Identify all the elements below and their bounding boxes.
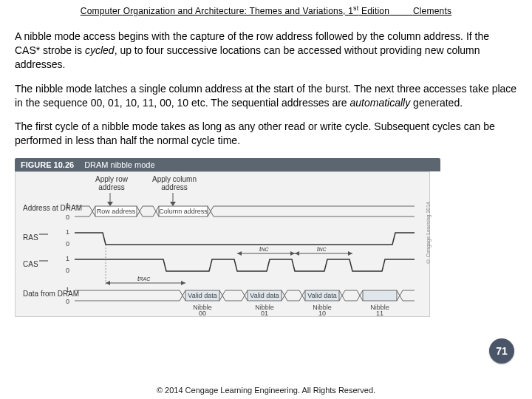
svg-marker-43 (181, 281, 185, 285)
book-title: Computer Organization and Architecture: … (81, 6, 353, 16)
svg-rect-77 (363, 290, 397, 301)
author: Clements (413, 6, 451, 16)
svg-text:Column address: Column address (159, 208, 208, 215)
svg-text:00: 00 (199, 310, 206, 316)
svg-text:11: 11 (376, 310, 383, 316)
svg-text:Address at DRAM: Address at DRAM (23, 204, 82, 212)
svg-text:Valid data: Valid data (307, 292, 336, 299)
svg-text:RAS: RAS (23, 233, 38, 242)
book-header: Computer Organization and Architecture: … (0, 0, 532, 16)
svg-text:1: 1 (66, 255, 69, 262)
paragraph-1: A nibble mode access begins with the cap… (15, 30, 517, 72)
figure-container: FIGURE 10.26 DRAM nibble mode © Cengage … (15, 158, 429, 317)
svg-marker-35 (290, 251, 295, 256)
svg-text:1: 1 (66, 286, 69, 293)
svg-text:CAS: CAS (23, 260, 38, 268)
svg-text:tNC: tNC (259, 245, 270, 253)
figure-header: FIGURE 10.26 DRAM nibble mode (15, 158, 440, 171)
svg-text:1: 1 (66, 202, 69, 209)
svg-text:0: 0 (66, 214, 69, 221)
paragraph-3: The first cycle of a nibble mode takes a… (15, 120, 517, 148)
svg-text:0: 0 (66, 240, 69, 248)
svg-text:0: 0 (66, 298, 69, 305)
svg-marker-39 (348, 251, 352, 256)
timing-diagram: Address at DRAM 1 0 Row address Column a… (16, 172, 429, 316)
figure-body: © Cengage Learning 2014 Apply row addres… (15, 171, 430, 317)
paragraph-2: The nibble mode latches a single column … (15, 82, 517, 110)
footer-copyright: © 2014 Cengage Learning Engineering. All… (0, 386, 532, 395)
figure-title: DRAM nibble mode (84, 160, 154, 169)
page-number-badge: 71 (489, 338, 514, 364)
content-area: A nibble mode access begins with the cap… (0, 16, 532, 148)
svg-marker-42 (106, 281, 110, 285)
svg-text:01: 01 (261, 310, 268, 316)
svg-text:Data from DRAM: Data from DRAM (23, 290, 79, 298)
svg-marker-34 (237, 251, 242, 256)
svg-marker-1 (107, 202, 113, 206)
svg-marker-3 (170, 202, 176, 206)
svg-text:Valid data: Valid data (188, 292, 216, 299)
svg-text:0: 0 (66, 267, 69, 274)
svg-text:10: 10 (318, 310, 326, 316)
svg-text:tRAC: tRAC (137, 275, 151, 282)
svg-text:1: 1 (66, 228, 69, 236)
edition-word: Edition (358, 6, 389, 16)
svg-text:Valid data: Valid data (250, 292, 279, 299)
svg-text:tNC: tNC (317, 245, 327, 253)
svg-text:Row address: Row address (97, 208, 136, 215)
svg-marker-38 (295, 251, 299, 256)
figure-label: FIGURE 10.26 (21, 160, 74, 169)
